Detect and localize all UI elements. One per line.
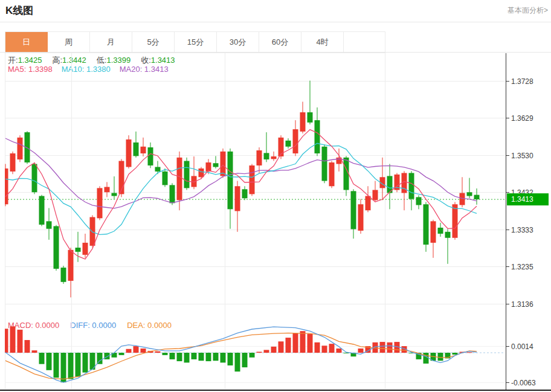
macd-bar [184,353,190,362]
macd-bar [221,353,226,362]
macd-bar [279,341,284,353]
price-axis-label: 1.3728 [511,77,533,86]
candle-body [199,169,204,177]
macd-bar [18,330,23,353]
candle-body [155,167,161,171]
macd-bar [206,353,211,361]
candle-body [235,186,240,211]
candle-body [257,150,262,165]
candle-body [148,147,153,165]
candle-body [18,138,23,159]
ma5-line [5,130,477,259]
kline-chart-svg: 1.37281.36291.35301.34321.33331.32351.31… [0,0,551,392]
candle-body [308,112,313,123]
candle-body [351,191,356,229]
candle-body [61,268,66,282]
macd-bar [358,349,364,353]
macd-bar [235,353,240,371]
macd-bar [170,353,175,359]
macd-bar [387,342,393,353]
candle-body [424,204,429,245]
candle-body [90,217,95,245]
macd-bar [126,349,132,353]
price-axis-label: 1.3530 [511,152,533,160]
macd-bar [322,345,327,353]
macd-bar [286,338,291,353]
macd-bar [54,353,59,378]
macd-bar [250,353,255,358]
candle-body [97,188,103,218]
macd-bar [424,353,429,364]
macd-bar [438,353,443,361]
candle-body [32,164,37,192]
macd-bar [213,353,219,361]
macd-bar [264,350,269,353]
macd-bar [242,353,248,367]
candle-body [300,112,306,132]
macd-bar [199,353,204,361]
candle-body [39,196,45,224]
candle-body [460,193,465,205]
candle-body [112,193,117,196]
kline-page: K线图 基本面分析> 日周月5分15分30分60分4时 开:1.3425 高:1… [0,0,551,392]
price-axis-label: 1.3629 [511,114,533,123]
macd-bar [155,352,161,353]
candle-body [184,161,190,188]
candle-body [83,243,88,255]
candle-body [47,221,52,228]
macd-bar [271,347,277,353]
macd-bar [257,352,262,353]
candle-body [416,197,422,205]
candle-body [170,185,175,203]
macd-bar [177,353,182,361]
macd-bar [337,349,342,353]
macd-bar [39,353,45,364]
candle-body [250,165,255,194]
macd-bar [293,333,298,353]
candle-body [431,221,436,243]
macd-bar [61,353,66,382]
macd-bar [76,353,81,377]
candle-body [134,143,139,156]
macd-axis-label: 0.0014 [511,342,533,351]
candle-body [366,196,371,210]
macd-axis-label: -0.0063 [511,379,536,387]
candle-body [68,250,74,281]
macd-bar [10,326,16,353]
macd-bar [97,353,103,364]
macd-bar [192,353,197,359]
macd-bar [68,353,74,379]
candle-body [409,173,414,199]
macd-bar [308,334,313,353]
macd-bar [163,353,168,355]
candle-body [105,187,110,193]
macd-bar [3,329,8,353]
candle-body [329,162,335,186]
current-price-badge-label: 1.3413 [511,195,533,204]
macd-bar [141,349,146,353]
candle-body [445,232,451,238]
candle-body [264,153,269,159]
candle-body [271,156,277,159]
macd-bar [25,340,30,353]
candle-body [213,163,219,167]
candle-body [177,158,182,201]
macd-bar [380,342,385,353]
candle-body [315,120,320,153]
candle-body [163,172,168,185]
price-axis-label: 1.3333 [511,226,533,234]
macd-bar [300,331,306,353]
macd-bar [329,344,335,353]
macd-bar [315,342,320,353]
macd-bar [83,353,88,373]
candle-body [322,147,327,181]
candle-body [438,228,443,234]
candle-body [474,195,480,199]
candle-body [76,248,81,252]
candle-body [453,204,458,238]
macd-bar [47,353,52,370]
candle-body [10,153,16,172]
candle-body [242,189,248,198]
candle-body [228,152,233,209]
candle-body [358,204,364,231]
